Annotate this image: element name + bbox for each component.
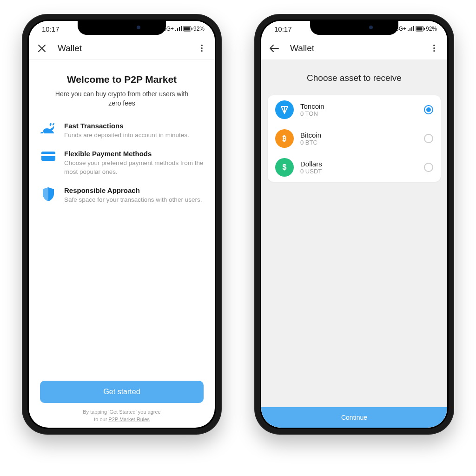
svg-rect-7 <box>424 28 425 30</box>
feature-item: Responsible Approach Safe space for your… <box>40 186 204 204</box>
shield-icon <box>40 186 57 203</box>
bitcoin-icon: ₿ <box>275 129 294 148</box>
continue-button[interactable]: Continue <box>261 407 447 428</box>
feature-desc: Safe space for your transactions with ot… <box>64 196 202 204</box>
asset-name: Dollars <box>300 160 424 168</box>
phone-notch <box>310 21 398 35</box>
more-icon[interactable] <box>196 43 207 54</box>
status-time: 10:17 <box>274 25 292 33</box>
feature-title: Fast Transactions <box>64 122 189 130</box>
feature-item: Flexible Payment Methods Choose your pre… <box>40 150 204 176</box>
phone-mockup-right: 10:17 5G+ 92% Wallet Choose asset to <box>254 14 454 435</box>
svg-text:$: $ <box>283 163 287 171</box>
asset-balance: 0 USDT <box>300 168 424 175</box>
status-right: 5G+ 92% <box>163 26 205 32</box>
feature-desc: Choose your preferred payment methods fr… <box>64 159 204 176</box>
get-started-button[interactable]: Get started <box>40 381 204 403</box>
card-icon <box>40 150 57 166</box>
feature-title: Flexible Payment Methods <box>64 150 204 158</box>
asset-row-toncoin[interactable]: Toncoin 0 TON <box>268 95 441 124</box>
close-icon[interactable] <box>36 43 47 54</box>
back-icon[interactable] <box>269 43 280 54</box>
dollar-icon: $ <box>275 158 294 177</box>
rabbit-icon <box>40 122 57 139</box>
signal-icon <box>407 26 415 32</box>
welcome-title: Welcome to P2P Market <box>40 74 204 85</box>
rules-link[interactable]: P2P Market Rules <box>108 416 149 422</box>
radio-selected-icon[interactable] <box>424 105 433 114</box>
feature-desc: Funds are deposited into account in minu… <box>64 131 189 139</box>
header-title: Wallet <box>58 43 196 53</box>
asset-row-bitcoin[interactable]: ₿ Bitcoin 0 BTC <box>268 124 441 153</box>
svg-rect-2 <box>192 28 192 30</box>
status-time: 10:17 <box>42 25 60 33</box>
welcome-subtitle: Here you can buy crypto from other users… <box>40 90 204 108</box>
welcome-content: Welcome to P2P Market Here you can buy c… <box>29 60 215 428</box>
battery-icon <box>183 26 192 32</box>
radio-unselected-icon[interactable] <box>424 163 433 172</box>
svg-rect-1 <box>184 27 190 31</box>
phone-notch <box>78 21 166 35</box>
choose-asset-content: Choose asset to receive Toncoin 0 TON <box>261 60 447 428</box>
status-right: 5G+ 92% <box>396 26 437 32</box>
svg-text:₿: ₿ <box>282 134 286 142</box>
phone-mockup-left: 10:17 5G+ 92% Wallet Welcome to P2P <box>22 14 222 435</box>
asset-balance: 0 BTC <box>300 139 424 146</box>
disclaimer-text: By tapping 'Get Started' you agree to ou… <box>40 409 204 423</box>
app-header: Wallet <box>261 37 447 60</box>
asset-balance: 0 TON <box>300 110 424 117</box>
svg-rect-4 <box>41 154 55 156</box>
asset-list: Toncoin 0 TON ₿ Bitcoin 0 BTC <box>268 95 441 182</box>
more-icon[interactable] <box>429 43 440 54</box>
battery-icon <box>416 26 425 32</box>
signal-icon <box>175 26 182 32</box>
feature-item: Fast Transactions Funds are deposited in… <box>40 122 204 139</box>
svg-rect-6 <box>416 27 422 31</box>
asset-name: Toncoin <box>300 102 424 110</box>
app-header: Wallet <box>29 37 215 60</box>
choose-asset-title: Choose asset to receive <box>261 60 447 95</box>
radio-unselected-icon[interactable] <box>424 134 433 143</box>
asset-row-dollars[interactable]: $ Dollars 0 USDT <box>268 153 441 182</box>
toncoin-icon <box>275 100 294 119</box>
asset-name: Bitcoin <box>300 131 424 139</box>
header-title: Wallet <box>290 43 429 53</box>
feature-title: Responsible Approach <box>64 186 202 194</box>
